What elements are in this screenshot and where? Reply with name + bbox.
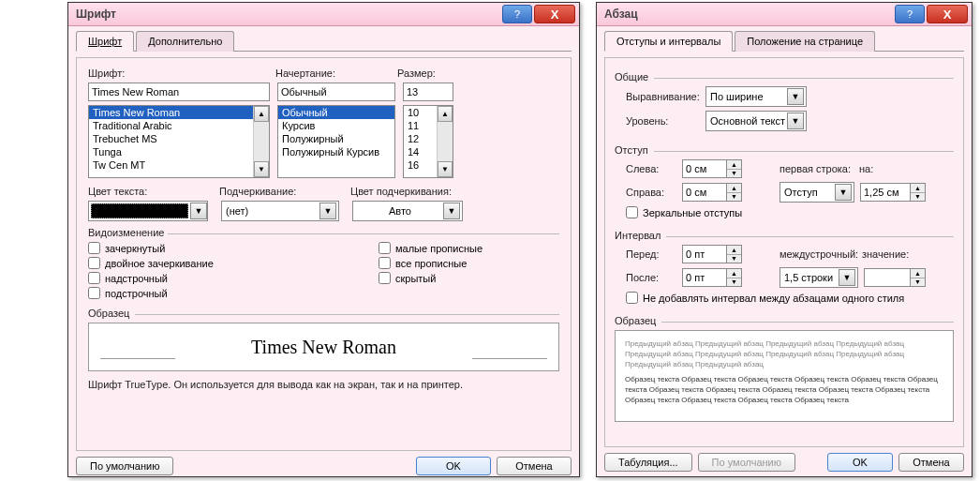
space-after-spinner[interactable]: ▲▼ [682, 268, 742, 287]
paragraph-dialog: Абзац ? X Отступы и интервалы Положение … [596, 2, 973, 477]
smallcaps-checkbox[interactable]: малые прописные [379, 242, 483, 254]
list-item[interactable]: 11 [404, 119, 438, 132]
list-item[interactable]: Полужирный [278, 132, 394, 145]
cancel-button[interactable]: Отмена [898, 453, 964, 472]
indent-group-label: Отступ [615, 144, 954, 156]
para-tabstrip: Отступы и интервалы Положение на страниц… [604, 30, 964, 52]
underline-label: Подчеркивание: [219, 186, 350, 197]
list-item[interactable]: Курсив [278, 119, 394, 132]
outline-level-dropdown[interactable]: Основной текст▼ [705, 111, 807, 131]
list-item[interactable]: Times New Roman [89, 106, 254, 119]
chevron-down-icon: ▼ [835, 184, 852, 201]
set-default-button[interactable]: По умолчанию [76, 457, 173, 475]
tab-indent-spacing[interactable]: Отступы и интервалы [604, 31, 733, 52]
indent-left-spinner[interactable]: ▲▼ [682, 159, 742, 178]
set-default-button[interactable]: По умолчанию [698, 453, 795, 472]
para-sample-label: Образец [615, 315, 954, 326]
spacing-group-label: Интервал [615, 230, 954, 241]
para-title: Абзац [604, 8, 893, 21]
firstline-by-spinner[interactable]: ▲▼ [860, 183, 926, 202]
scrollbar[interactable]: ▲▼ [437, 106, 453, 177]
linespacing-at-spinner[interactable]: ▲▼ [864, 268, 926, 287]
chevron-down-icon: ▼ [319, 203, 336, 219]
font-tabstrip: Шрифт Дополнительно [76, 30, 572, 52]
list-item[interactable]: Trebuchet MS [89, 132, 254, 145]
chevron-down-icon: ▼ [787, 88, 804, 105]
indent-left-label: Слева: [626, 163, 682, 174]
indent-right-spinner[interactable]: ▲▼ [682, 183, 742, 202]
list-item[interactable]: 12 [404, 132, 438, 145]
level-label: Уровень: [626, 115, 705, 127]
size-field-label: Размер: [397, 68, 436, 79]
indent-right-label: Справа: [626, 187, 682, 198]
help-button[interactable]: ? [895, 5, 925, 23]
font-titlebar[interactable]: Шрифт ? X [68, 3, 579, 26]
ok-button[interactable]: OK [416, 457, 491, 475]
font-field-label: Шрифт: [88, 68, 275, 79]
list-item[interactable]: Обычный [278, 106, 394, 119]
list-item[interactable]: 16 [404, 158, 438, 172]
space-before-spinner[interactable]: ▲▼ [682, 245, 742, 263]
tab-font[interactable]: Шрифт [76, 31, 134, 52]
font-size-input[interactable] [403, 83, 453, 101]
firstline-dropdown[interactable]: Отступ▼ [780, 182, 854, 203]
list-item[interactable]: Traditional Arabic [89, 119, 254, 132]
by-label: на: [859, 163, 887, 174]
close-button[interactable]: X [927, 5, 968, 23]
alignment-dropdown[interactable]: По ширине▼ [705, 86, 807, 107]
paragraph-preview: Предыдущий абзац Предыдущий абзац Предыд… [615, 330, 954, 422]
size-list[interactable]: 10 11 12 14 16 ▲▼ [403, 105, 453, 178]
style-field-label: Начертание: [275, 68, 397, 79]
scrollbar[interactable]: ▲▼ [253, 106, 269, 177]
no-space-same-style-checkbox[interactable]: Не добавлять интервал между абзацами одн… [626, 292, 954, 304]
align-label: Выравнивание: [626, 91, 705, 102]
text-color-dropdown[interactable]: ▼ [88, 201, 208, 221]
firstline-label: первая строка: [780, 163, 859, 174]
allcaps-checkbox[interactable]: все прописные [379, 257, 483, 269]
chevron-down-icon: ▼ [443, 203, 460, 219]
underline-style-dropdown[interactable]: (нет)▼ [221, 201, 339, 221]
list-item[interactable]: Полужирный Курсив [278, 145, 394, 158]
chevron-down-icon: ▼ [190, 203, 207, 219]
hidden-checkbox[interactable]: скрытый [379, 272, 483, 284]
font-preview: Times New Roman [88, 323, 559, 371]
dblstrike-checkbox[interactable]: двойное зачеркивание [88, 257, 379, 269]
mirror-indents-checkbox[interactable]: Зеркальные отступы [626, 206, 954, 218]
font-dialog: Шрифт ? X Шрифт Дополнительно Шрифт: Нач… [67, 2, 580, 477]
general-group-label: Общие [615, 71, 954, 83]
superscript-checkbox[interactable]: надстрочный [88, 272, 379, 284]
linespacing-label: междустрочный: [780, 248, 862, 260]
space-before-label: Перед: [626, 248, 682, 260]
list-item[interactable]: Tw Cen MT [89, 158, 254, 172]
underline-color-dropdown[interactable]: Авто▼ [352, 201, 463, 221]
strike-checkbox[interactable]: зачеркнутый [88, 242, 379, 254]
tab-advanced[interactable]: Дополнительно [136, 31, 234, 52]
list-item[interactable]: 14 [404, 145, 438, 158]
chevron-down-icon: ▼ [787, 113, 804, 129]
font-style-input[interactable] [277, 83, 395, 101]
space-after-label: После: [626, 272, 682, 283]
effects-group-label: Видоизменение [88, 227, 559, 238]
tab-page-position[interactable]: Положение на странице [735, 31, 875, 52]
linespacing-dropdown[interactable]: 1,5 строки▼ [780, 267, 858, 288]
cancel-button[interactable]: Отмена [497, 457, 572, 475]
list-item[interactable]: Tunga [89, 145, 254, 158]
para-titlebar[interactable]: Абзац ? X [597, 3, 972, 26]
ok-button[interactable]: OK [827, 453, 893, 472]
tabs-button[interactable]: Табуляция... [604, 453, 692, 472]
subscript-checkbox[interactable]: подстрочный [88, 287, 379, 299]
sample-group-label: Образец [88, 308, 559, 319]
font-list[interactable]: Times New Roman Traditional Arabic Trebu… [88, 105, 270, 178]
truetype-note: Шрифт TrueType. Он используется для выво… [88, 379, 559, 390]
style-list[interactable]: Обычный Курсив Полужирный Полужирный Кур… [277, 105, 395, 178]
font-title: Шрифт [76, 8, 500, 21]
close-button[interactable]: X [534, 5, 575, 23]
font-name-input[interactable] [88, 83, 270, 101]
text-color-label: Цвет текста: [88, 186, 219, 197]
help-button[interactable]: ? [502, 5, 532, 23]
list-item[interactable]: 10 [404, 106, 438, 119]
chevron-down-icon: ▼ [839, 269, 855, 286]
linespacing-at-label: значение: [862, 248, 909, 260]
underline-color-label: Цвет подчеркивания: [350, 186, 452, 197]
